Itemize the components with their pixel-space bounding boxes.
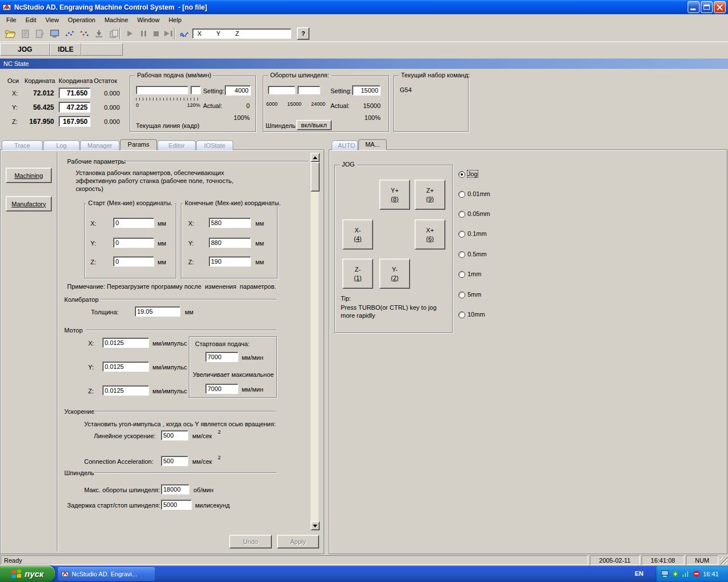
menu-operation[interactable]: Operation xyxy=(63,15,100,25)
scroll-thumb[interactable] xyxy=(311,162,320,192)
feed-slider-track[interactable] xyxy=(136,86,188,94)
spindle-slider-thumb[interactable] xyxy=(297,86,320,94)
radio-jog-label[interactable]: Jog xyxy=(468,171,478,177)
simulate-button[interactable] xyxy=(63,27,76,40)
radio-step-001-label[interactable]: 0.01mm xyxy=(468,190,490,197)
minimize-button[interactable] xyxy=(688,1,700,13)
jog-y-plus-button[interactable]: Y+ (8) xyxy=(379,180,410,210)
end-y-input[interactable] xyxy=(209,238,251,248)
tab-auto[interactable]: AUTO xyxy=(332,140,358,150)
resize-grip[interactable] xyxy=(720,557,727,564)
params-scrollbar[interactable] xyxy=(310,152,319,531)
radio-step-005-label[interactable]: 0.05mm xyxy=(468,210,490,217)
radio-step-05-label[interactable]: 0.5mm xyxy=(468,251,487,257)
end-x-input[interactable] xyxy=(209,218,251,228)
thickness-input[interactable] xyxy=(135,306,180,317)
jog-z-minus-button[interactable]: Z- (1) xyxy=(342,259,373,289)
start-z-input[interactable] xyxy=(113,256,154,267)
menu-window[interactable]: Window xyxy=(133,15,164,25)
tab-log[interactable]: Log xyxy=(43,140,80,150)
conn-accel-input[interactable] xyxy=(161,456,188,466)
menu-help[interactable]: Help xyxy=(164,15,186,25)
menu-edit[interactable]: Edit xyxy=(21,15,41,25)
advanced-start-button[interactable] xyxy=(177,27,191,40)
radio-step-05[interactable] xyxy=(458,251,465,258)
signal-icon[interactable] xyxy=(682,570,690,577)
menu-view[interactable]: View xyxy=(41,15,64,25)
radio-step-10[interactable] xyxy=(458,311,465,318)
download-program-button[interactable] xyxy=(92,27,106,40)
radio-step-001[interactable] xyxy=(458,191,465,198)
tab-params[interactable]: Params xyxy=(120,139,157,150)
edit-doc-button[interactable] xyxy=(33,27,47,40)
scroll-up-button[interactable] xyxy=(311,153,320,162)
start-coords-group: Старт (Мех-кие) координаты. X: мм Y: мм … xyxy=(84,203,176,278)
menu-file[interactable]: File xyxy=(2,15,21,25)
jog-button-label: X- xyxy=(355,227,361,234)
play-button[interactable] xyxy=(123,27,136,40)
delay-input[interactable] xyxy=(161,500,192,510)
step-icon xyxy=(164,31,172,36)
language-indicator[interactable]: EN xyxy=(635,570,643,577)
spindle-slider-track[interactable] xyxy=(268,86,295,94)
motor-x-input[interactable] xyxy=(102,338,149,348)
screen-view-button[interactable] xyxy=(48,27,61,40)
jog-z-plus-button[interactable]: Z+ (9) xyxy=(415,180,445,210)
tab-iostate[interactable]: IOState xyxy=(196,140,233,150)
apply-button[interactable]: Apply xyxy=(277,535,319,548)
radio-step-01[interactable] xyxy=(458,231,465,238)
maximize-button[interactable] xyxy=(701,1,713,13)
close-button[interactable] xyxy=(714,1,726,13)
motor-y-input[interactable] xyxy=(102,361,149,372)
jog-y-minus-button[interactable]: Y- (2) xyxy=(379,259,410,289)
help-button[interactable]: ? xyxy=(297,27,309,40)
machining-button[interactable]: Machining xyxy=(6,168,52,183)
open-file-button[interactable] xyxy=(3,27,17,40)
tab-manager[interactable]: Manager xyxy=(80,140,119,150)
jog-button-label: X+ xyxy=(426,227,434,234)
motor-z-input[interactable] xyxy=(102,385,149,396)
stop-icon xyxy=(154,31,159,36)
start-x-input[interactable] xyxy=(113,218,154,228)
radio-step-1-label[interactable]: 1mm xyxy=(468,271,481,277)
network-icon[interactable] xyxy=(661,570,669,577)
jog-x-minus-button[interactable]: X- (4) xyxy=(342,219,373,250)
tab-trace[interactable]: Trace xyxy=(2,140,43,150)
rpm-input[interactable] xyxy=(161,484,189,494)
axis-select-field[interactable]: X Y Z xyxy=(192,28,291,39)
menu-machine[interactable]: Machine xyxy=(100,15,133,25)
task-button-ncstudio[interactable]: NcStudio AD. Engravi... xyxy=(58,567,155,581)
tab-editor[interactable]: Editor xyxy=(158,140,196,150)
trace-doc-button[interactable] xyxy=(18,27,32,40)
scroll-down-button[interactable] xyxy=(311,521,320,530)
step-button[interactable] xyxy=(162,27,175,40)
radio-step-1[interactable] xyxy=(458,271,465,278)
start-y-input[interactable] xyxy=(113,238,154,248)
feed-slider-thumb[interactable] xyxy=(191,86,201,94)
tray-clock[interactable]: 16:41 xyxy=(703,571,719,577)
start-button[interactable]: пуск xyxy=(0,566,55,582)
spindle-setting-input[interactable] xyxy=(352,85,380,95)
start-feed-input[interactable] xyxy=(205,352,238,362)
tab-manual[interactable]: MA... xyxy=(358,139,387,150)
radio-step-5-label[interactable]: 5mm xyxy=(468,291,481,298)
spindle-toggle-button[interactable]: вкл/выкл xyxy=(296,120,332,130)
radio-jog[interactable] xyxy=(458,171,465,178)
antivirus-icon[interactable] xyxy=(693,570,700,577)
end-z-input[interactable] xyxy=(209,256,251,267)
updates-icon[interactable] xyxy=(672,570,679,577)
simulate-fast-button[interactable] xyxy=(77,27,91,40)
feed-setting-input[interactable] xyxy=(225,85,251,95)
undo-button[interactable]: Undo xyxy=(229,535,272,548)
radio-step-5[interactable] xyxy=(458,292,465,298)
stop-button[interactable] xyxy=(149,27,163,40)
radio-step-10-label[interactable]: 10mm xyxy=(468,311,485,318)
radio-step-005[interactable] xyxy=(458,211,465,218)
linear-accel-input[interactable] xyxy=(161,430,188,440)
max-feed-input[interactable] xyxy=(205,384,238,394)
jog-x-plus-button[interactable]: X+ (6) xyxy=(415,219,445,250)
copy-task-button[interactable] xyxy=(107,27,121,40)
pause-button[interactable] xyxy=(136,27,150,40)
manufactory-button[interactable]: Manufactory xyxy=(6,196,52,211)
radio-step-01-label[interactable]: 0.1mm xyxy=(468,230,487,237)
